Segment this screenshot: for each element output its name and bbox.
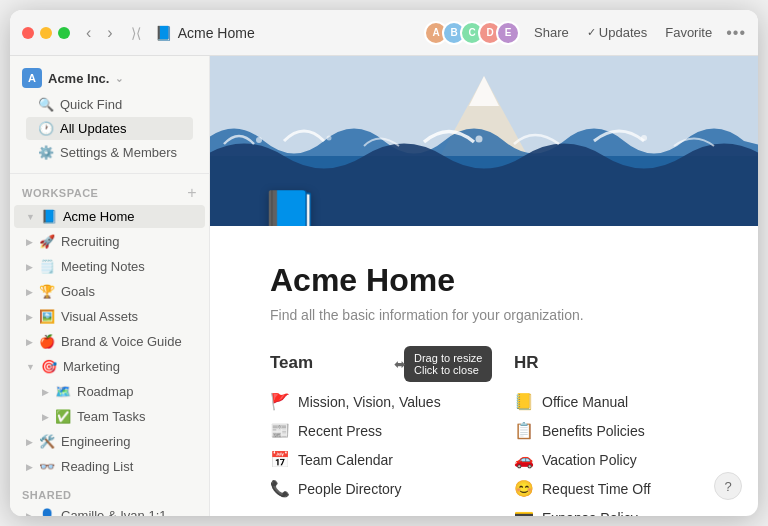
- vacation-policy-link-text: Vacation Policy: [542, 452, 637, 468]
- minimize-button[interactable]: [40, 27, 52, 39]
- visual-assets-icon: 🖼️: [39, 309, 55, 324]
- link-team-calendar[interactable]: 📅 Team Calendar: [270, 445, 454, 474]
- expand-arrow-icon: ▶: [26, 337, 33, 347]
- brand-voice-label: Brand & Voice Guide: [61, 334, 182, 349]
- content-area: 📘 Acme Home Find all the basic informati…: [210, 56, 758, 516]
- office-manual-icon: 📒: [514, 392, 534, 411]
- team-calendar-link-text: Team Calendar: [298, 452, 393, 468]
- sidebar-item-reading-list[interactable]: ▶ 👓 Reading List: [14, 455, 205, 478]
- sidebar-item-engineering[interactable]: ▶ 🛠️ Engineering: [14, 430, 205, 453]
- sidebar-item-roadmap[interactable]: ▶ 🗺️ Roadmap: [14, 380, 205, 403]
- link-mission[interactable]: 🚩 Mission, Vision, Values: [270, 387, 454, 416]
- marketing-label: Marketing: [63, 359, 120, 374]
- svg-point-7: [641, 135, 647, 141]
- camille-ivan-label: Camille & Ivan 1:1: [61, 508, 167, 516]
- link-expense-policy[interactable]: 💳 Expense Policy: [514, 503, 698, 516]
- visual-assets-label: Visual Assets: [61, 309, 138, 324]
- expand-arrow-icon: ▶: [26, 462, 33, 472]
- collapse-sidebar-button[interactable]: ⟩⟨: [125, 23, 147, 43]
- svg-point-5: [327, 136, 332, 141]
- add-workspace-item-button[interactable]: +: [187, 184, 197, 202]
- roadmap-icon: 🗺️: [55, 384, 71, 399]
- recent-press-link-text: Recent Press: [298, 423, 382, 439]
- clock-icon: 🕐: [38, 121, 54, 136]
- more-options-button[interactable]: •••: [726, 24, 746, 42]
- page-emoji: 📘: [260, 188, 320, 226]
- updates-button[interactable]: ✓ Updates: [583, 23, 651, 42]
- reading-list-label: Reading List: [61, 459, 133, 474]
- sidebar-item-all-updates[interactable]: 🕐 All Updates: [26, 117, 193, 140]
- team-calendar-icon: 📅: [270, 450, 290, 469]
- sidebar-item-quick-find[interactable]: 🔍 Quick Find: [26, 93, 193, 116]
- acme-home-icon: 📘: [41, 209, 57, 224]
- settings-label: Settings & Members: [60, 145, 177, 160]
- workspace-caret-icon: ⌄: [115, 73, 123, 84]
- shared-section-label: SHARED: [22, 489, 71, 501]
- search-icon: 🔍: [38, 97, 54, 112]
- expand-arrow-icon: ▶: [26, 437, 33, 447]
- engineering-icon: 🛠️: [39, 434, 55, 449]
- marketing-icon: 🎯: [41, 359, 57, 374]
- team-tasks-label: Team Tasks: [77, 409, 145, 424]
- team-tasks-icon: ✅: [55, 409, 71, 424]
- expand-arrow-icon: ▶: [26, 511, 33, 517]
- page-icon: 📘: [155, 25, 172, 41]
- roadmap-label: Roadmap: [77, 384, 133, 399]
- request-time-off-link-text: Request Time Off: [542, 481, 651, 497]
- office-manual-link-text: Office Manual: [542, 394, 628, 410]
- meeting-notes-label: Meeting Notes: [61, 259, 145, 274]
- team-column: Team 🚩 Mission, Vision, Values 📰 Recent …: [270, 353, 454, 516]
- share-button[interactable]: Share: [530, 23, 573, 42]
- workspace-section-label: WORKSPACE: [22, 187, 98, 199]
- main-layout: A Acme Inc. ⌄ 🔍 Quick Find 🕐 All Updates…: [10, 56, 758, 516]
- app-window: ‹ › ⟩⟨ 📘 Acme Home A B C D E Share ✓ Upd…: [10, 10, 758, 516]
- workspace-name[interactable]: A Acme Inc. ⌄: [22, 64, 197, 92]
- sidebar-item-meeting-notes[interactable]: ▶ 🗒️ Meeting Notes: [14, 255, 205, 278]
- recruiting-label: Recruiting: [61, 234, 120, 249]
- forward-button[interactable]: ›: [103, 22, 116, 44]
- quick-find-label: Quick Find: [60, 97, 122, 112]
- reading-list-icon: 👓: [39, 459, 55, 474]
- expand-arrow-icon: ▼: [26, 212, 35, 222]
- link-people-directory[interactable]: 📞 People Directory: [270, 474, 454, 503]
- hr-column: HR 📒 Office Manual 📋 Benefits Policies 🚗…: [514, 353, 698, 516]
- sidebar-item-recruiting[interactable]: ▶ 🚀 Recruiting: [14, 230, 205, 253]
- page-title: Acme Home: [270, 262, 698, 299]
- link-vacation-policy[interactable]: 🚗 Vacation Policy: [514, 445, 698, 474]
- meeting-notes-icon: 🗒️: [39, 259, 55, 274]
- request-time-off-icon: 😊: [514, 479, 534, 498]
- sidebar-item-team-tasks[interactable]: ▶ ✅ Team Tasks: [14, 405, 205, 428]
- collaborator-avatars: A B C D E: [424, 21, 520, 45]
- team-column-title: Team: [270, 353, 454, 373]
- sidebar-item-marketing[interactable]: ▼ 🎯 Marketing: [14, 355, 205, 378]
- sidebar-item-visual-assets[interactable]: ▶ 🖼️ Visual Assets: [14, 305, 205, 328]
- back-button[interactable]: ‹: [82, 22, 95, 44]
- expand-arrow-icon: ▶: [42, 412, 49, 422]
- updates-label: Updates: [599, 25, 647, 40]
- traffic-lights: [22, 27, 70, 39]
- link-recent-press[interactable]: 📰 Recent Press: [270, 416, 454, 445]
- people-directory-icon: 📞: [270, 479, 290, 498]
- help-button[interactable]: ?: [714, 472, 742, 500]
- link-office-manual[interactable]: 📒 Office Manual: [514, 387, 698, 416]
- sidebar-top: A Acme Inc. ⌄ 🔍 Quick Find 🕐 All Updates…: [10, 56, 209, 174]
- sidebar-item-goals[interactable]: ▶ 🏆 Goals: [14, 280, 205, 303]
- camille-ivan-icon: 👤: [39, 508, 55, 516]
- expand-arrow-icon: ▶: [26, 312, 33, 322]
- sidebar-item-acme-home[interactable]: ▼ 📘 Acme Home: [14, 205, 205, 228]
- sidebar-item-camille-ivan[interactable]: ▶ 👤 Camille & Ivan 1:1: [14, 504, 205, 516]
- expense-policy-link-text: Expense Policy: [542, 510, 638, 517]
- hero-image: 📘: [210, 56, 758, 226]
- fullscreen-button[interactable]: [58, 27, 70, 39]
- link-benefits-policies[interactable]: 📋 Benefits Policies: [514, 416, 698, 445]
- svg-point-4: [256, 137, 262, 143]
- hr-column-title: HR: [514, 353, 698, 373]
- link-request-time-off[interactable]: 😊 Request Time Off: [514, 474, 698, 503]
- favorite-button[interactable]: Favorite: [661, 23, 716, 42]
- expand-arrow-icon: ▶: [26, 287, 33, 297]
- goals-label: Goals: [61, 284, 95, 299]
- sidebar-item-brand-voice[interactable]: ▶ 🍎 Brand & Voice Guide: [14, 330, 205, 353]
- sidebar-item-settings[interactable]: ⚙️ Settings & Members: [26, 141, 193, 164]
- close-button[interactable]: [22, 27, 34, 39]
- page-content: Acme Home Find all the basic information…: [210, 226, 758, 516]
